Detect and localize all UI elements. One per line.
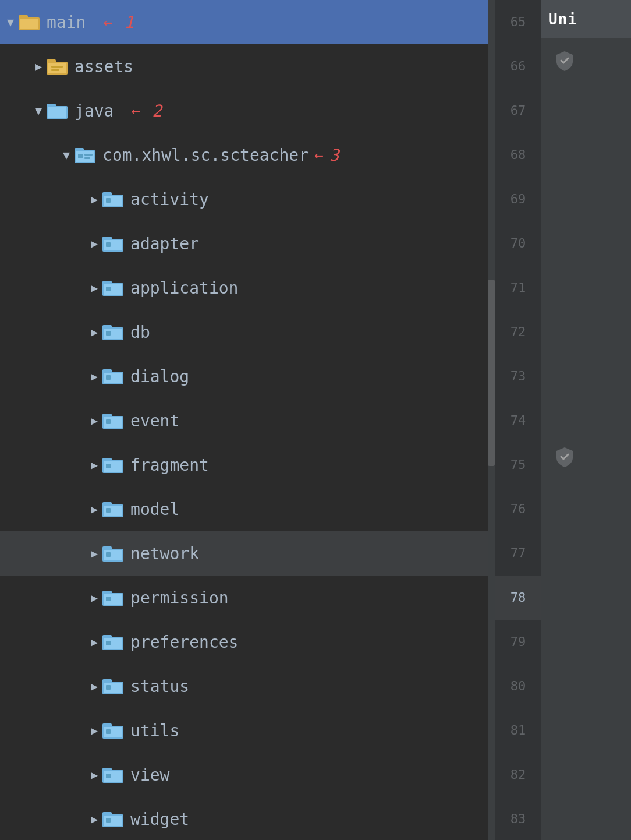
tree-item-main[interactable]: ▼ main ← 1	[0, 0, 541, 44]
scrollbar-track	[488, 0, 495, 840]
tree-item-java[interactable]: ▼ java ← 2	[0, 89, 541, 133]
tree-item-model[interactable]: ▶ model	[0, 487, 541, 531]
line-71: 71	[495, 266, 541, 310]
folder-icon-widget	[102, 810, 125, 828]
fragment-label: fragment	[130, 456, 209, 475]
folder-icon-java	[47, 102, 69, 119]
permission-label: permission	[130, 588, 229, 608]
line-80: 80	[495, 664, 541, 708]
expand-arrow-event: ▶	[91, 414, 98, 428]
num-annotation-3: 3	[329, 146, 339, 165]
svg-rect-14	[78, 154, 83, 158]
shield-icon-bottom[interactable]	[541, 435, 588, 481]
folder-icon-status	[102, 677, 125, 695]
line-74: 74	[495, 398, 541, 443]
folder-icon-permission	[102, 589, 125, 606]
event-label: event	[130, 411, 179, 430]
tree-item-application[interactable]: ▶ application	[0, 266, 541, 310]
expand-arrow-java: ▼	[35, 104, 42, 118]
line-81: 81	[495, 708, 541, 753]
line-79: 79	[495, 620, 541, 664]
svg-rect-24	[106, 242, 111, 247]
tree-item-event[interactable]: ▶ event	[0, 398, 541, 443]
utils-label: utils	[130, 721, 179, 740]
tree-item-assets[interactable]: ▶ assets	[0, 44, 541, 89]
tree-item-network[interactable]: ▶ network	[0, 531, 541, 576]
tree-item-widget[interactable]: ▶ widget	[0, 797, 541, 840]
scrollbar-thumb[interactable]	[488, 280, 495, 466]
tree-item-package[interactable]: ▼ com.xhwl.sc.scteacher ← 3	[0, 133, 541, 177]
shield-icon-top[interactable]	[541, 38, 588, 85]
line-numbers: 65 66 67 68 69 70 71 72 73 74 75 76 77 7…	[495, 0, 541, 840]
folder-icon-dialog	[102, 368, 125, 385]
expand-arrow-adapter: ▶	[91, 237, 98, 250]
folder-icon-fragment	[102, 456, 125, 474]
folder-icon-event	[102, 412, 125, 429]
svg-rect-72	[106, 774, 111, 778]
svg-rect-56	[106, 597, 111, 601]
expand-arrow-preferences: ▶	[91, 635, 98, 649]
num-annotation-1: 1	[124, 13, 134, 32]
svg-rect-64	[106, 685, 111, 690]
line-83: 83	[495, 797, 541, 840]
tree-item-permission[interactable]: ▶ permission	[0, 576, 541, 620]
db-label: db	[130, 323, 150, 342]
line-66: 66	[495, 44, 541, 89]
folder-icon-main	[19, 13, 41, 31]
folder-icon-network	[102, 545, 125, 562]
svg-rect-6	[51, 66, 63, 68]
expand-arrow-package: ▼	[63, 148, 70, 162]
right-gutter: Uni	[541, 0, 631, 840]
main-label: main	[47, 13, 86, 32]
line-70: 70	[495, 221, 541, 266]
folder-icon-model	[102, 500, 125, 518]
expand-arrow-fragment: ▶	[91, 458, 98, 472]
view-label: view	[130, 765, 169, 785]
preferences-label: preferences	[130, 633, 238, 652]
svg-rect-44	[106, 464, 111, 468]
arrow-annotation-2: ←	[131, 102, 140, 119]
tree-item-view[interactable]: ▶ view	[0, 753, 541, 797]
line-73: 73	[495, 354, 541, 398]
line-65: 65	[495, 0, 541, 44]
tree-item-status[interactable]: ▶ status	[0, 664, 541, 708]
tree-item-adapter[interactable]: ▶ adapter	[0, 221, 541, 266]
svg-rect-68	[106, 729, 111, 734]
package-label: com.xhwl.sc.scteacher	[102, 146, 309, 165]
expand-arrow-status: ▶	[91, 679, 98, 693]
svg-rect-32	[106, 331, 111, 336]
folder-icon-application	[102, 279, 125, 297]
folder-icon-preferences	[102, 633, 125, 651]
tree-item-fragment[interactable]: ▶ fragment	[0, 443, 541, 487]
expand-arrow-widget: ▶	[91, 812, 98, 826]
tree-item-db[interactable]: ▶ db	[0, 310, 541, 354]
line-67: 67	[495, 89, 541, 133]
expand-arrow-dialog: ▶	[91, 369, 98, 383]
svg-rect-7	[51, 69, 59, 71]
expand-arrow-activity: ▶	[91, 192, 98, 206]
svg-rect-60	[106, 641, 111, 645]
model-label: model	[130, 500, 179, 519]
tree-item-activity[interactable]: ▶ activity	[0, 177, 541, 221]
expand-arrow-view: ▶	[91, 768, 98, 782]
arrow-annotation-3: ←	[314, 146, 324, 164]
line-82: 82	[495, 753, 541, 797]
folder-icon-view	[102, 766, 125, 783]
application-label: application	[130, 278, 238, 298]
folder-icon-assets	[47, 58, 69, 75]
widget-label: widget	[130, 810, 189, 829]
svg-rect-36	[106, 375, 111, 380]
svg-rect-15	[84, 154, 93, 156]
line-76: 76	[495, 487, 541, 531]
line-68: 68	[495, 133, 541, 177]
tree-item-dialog[interactable]: ▶ dialog	[0, 354, 541, 398]
tree-item-preferences[interactable]: ▶ preferences	[0, 620, 541, 664]
line-78: 78	[495, 576, 541, 620]
tree-item-utils[interactable]: ▶ utils	[0, 708, 541, 753]
line-77: 77	[495, 531, 541, 576]
expand-arrow-application: ▶	[91, 281, 98, 295]
svg-rect-10	[48, 107, 66, 118]
tree-panel: ▼ main ← 1 ▶ assets ▼	[0, 0, 541, 840]
assets-label: assets	[75, 57, 133, 76]
svg-rect-52	[106, 552, 111, 557]
